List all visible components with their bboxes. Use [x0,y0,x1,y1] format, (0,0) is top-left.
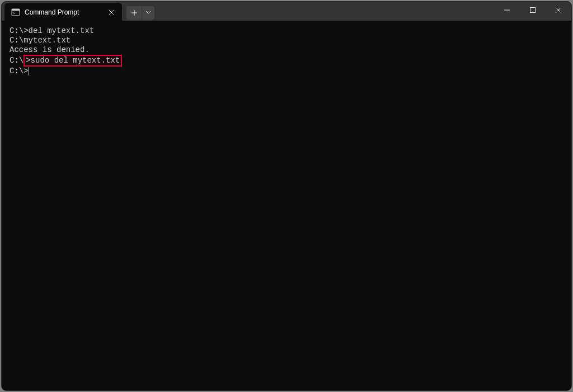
tab-dropdown-button[interactable] [142,6,154,20]
svg-rect-1 [12,9,20,11]
command-line: C:\> [10,67,29,75]
cmd-icon: >_ [11,8,20,17]
command-line: C:\>del mytext.txt [10,26,94,35]
terminal-output[interactable]: C:\>del mytext.txtC:\mytext.txtAccess is… [2,21,571,390]
prompt: C:\ [10,56,24,65]
terminal-line: C:\> [10,67,563,76]
titlebar[interactable]: >_ Command Prompt [2,2,571,21]
tab-title: Command Prompt [25,8,102,16]
titlebar-drag-area[interactable] [154,2,494,21]
close-button[interactable] [546,2,571,18]
svg-text:>_: >_ [13,11,18,16]
new-tab-group [126,2,154,21]
tab-close-button[interactable] [106,7,116,17]
maximize-button[interactable] [520,2,546,18]
output-line: C:\mytext.txt [10,36,71,45]
output-line: Access is denied. [10,45,90,54]
terminal-line: C:\>sudo del mytext.txt [10,55,563,67]
terminal-window: >_ Command Prompt [2,2,571,390]
terminal-line: Access is denied. [10,45,563,55]
terminal-line: C:\mytext.txt [10,36,563,45]
window-controls [494,2,571,21]
minimize-button[interactable] [494,2,520,18]
terminal-line: C:\>del mytext.txt [10,26,563,36]
new-tab-button[interactable] [126,6,142,20]
cursor [29,67,29,75]
tab-active[interactable]: >_ Command Prompt [4,3,122,22]
svg-rect-8 [530,8,536,13]
highlighted-command: >sudo del mytext.txt [24,55,122,67]
